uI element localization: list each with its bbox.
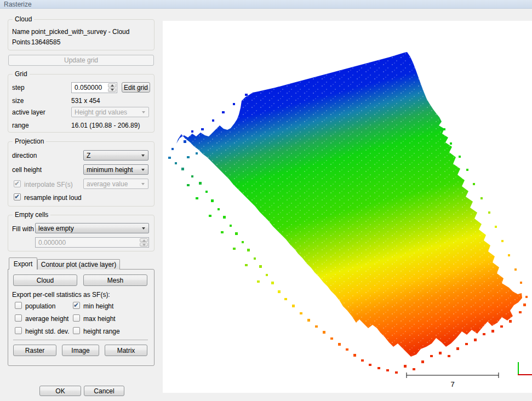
rasterize-dialog: { "window": { "title": "Rasterize" }, "c…: [0, 0, 532, 401]
direction-value: Z: [87, 152, 90, 159]
spin-up-icon[interactable]: [140, 238, 148, 242]
direction-label: direction: [12, 152, 37, 159]
export-matrix-label: Matrix: [117, 347, 135, 354]
fill-value-spinners: [140, 238, 148, 247]
projection-group-title: Projection: [13, 138, 46, 146]
export-matrix-button[interactable]: Matrix: [105, 345, 147, 356]
grid-size-value: 531 x 454: [71, 97, 100, 105]
cancel-label: Cancel: [94, 387, 114, 395]
cell-height-combo[interactable]: minimum height: [83, 164, 148, 175]
update-grid-label: Update grid: [64, 56, 98, 64]
height-std-dev-label: height std. dev.: [25, 328, 70, 335]
active-layer-combo[interactable]: Height grid values: [71, 107, 149, 117]
grid-range-label: range: [12, 122, 29, 129]
interpolate-sf-checkbox[interactable]: [14, 180, 21, 187]
fill-value-input[interactable]: 0.000000: [35, 237, 149, 248]
cancel-button[interactable]: Cancel: [84, 386, 124, 396]
grid-step-spinners: [108, 83, 116, 92]
window-title: Rasterize: [4, 1, 32, 8]
population-checkbox[interactable]: [15, 302, 22, 309]
grid-step-label: step: [12, 84, 25, 91]
scale-bar: [407, 373, 499, 378]
grid-size-label: size: [12, 97, 24, 105]
interpolate-sf-label: interpolate SF(s): [24, 181, 73, 188]
export-raster-button[interactable]: Raster: [13, 345, 56, 356]
grid-group-title: Grid: [13, 70, 30, 78]
chevron-down-icon: [142, 111, 145, 113]
cloud-points-label: Points: [12, 38, 30, 46]
max-height-label: max height: [83, 315, 116, 323]
viewport-3d[interactable]: 7: [163, 21, 532, 393]
tab-export[interactable]: Export: [9, 257, 37, 270]
export-image-label: Image: [71, 347, 89, 354]
height-range-label: height range: [83, 328, 120, 335]
height-std-dev-checkbox[interactable]: [15, 327, 22, 334]
tab-contour-plot[interactable]: Contour plot (active layer): [37, 259, 120, 270]
resample-input-checkbox[interactable]: [14, 193, 21, 200]
interpolate-sf-combo[interactable]: average value: [83, 179, 148, 189]
update-grid-button[interactable]: Update grid: [8, 55, 154, 66]
min-height-checkbox[interactable]: [73, 302, 80, 309]
min-height-label: min height: [83, 302, 113, 310]
active-layer-label: active layer: [12, 108, 45, 116]
fill-value: 0.000000: [38, 239, 66, 247]
axis-indicator-icon: [518, 362, 532, 375]
empty-cells-group-title: Empty cells: [13, 211, 50, 219]
chevron-down-icon: [141, 154, 145, 157]
ok-button[interactable]: OK: [39, 386, 81, 396]
export-mesh-label: Mesh: [107, 277, 123, 284]
cloud-name-label: Name: [12, 28, 30, 36]
direction-combo[interactable]: Z: [83, 150, 148, 161]
ok-label: OK: [55, 387, 65, 395]
export-mesh-button[interactable]: Mesh: [83, 274, 147, 286]
population-label: population: [25, 302, 55, 310]
chevron-down-icon: [141, 169, 145, 171]
average-height-checkbox[interactable]: [15, 314, 22, 322]
active-layer-value: Height grid values: [75, 108, 127, 116]
grid-step-value: 0.050000: [75, 84, 102, 91]
export-cloud-button[interactable]: Cloud: [13, 274, 77, 286]
cell-height-label: cell height: [12, 166, 42, 174]
edit-grid-button[interactable]: Edit grid: [122, 82, 150, 93]
tab-export-label: Export: [14, 260, 33, 268]
point-cloud-speckle: [176, 52, 522, 357]
cell-height-value: minimum height: [87, 166, 133, 174]
fill-with-value: leave empty: [38, 225, 74, 232]
spin-down-icon[interactable]: [140, 243, 148, 247]
max-height-checkbox[interactable]: [73, 314, 80, 322]
window-titlebar[interactable]: Rasterize: [0, 0, 532, 9]
grid-range-value: 16.01 (190.88 - 206.89): [71, 122, 140, 129]
edit-grid-label: Edit grid: [124, 84, 148, 91]
spin-up-icon[interactable]: [108, 83, 116, 88]
resample-input-label: resample input loud: [24, 194, 82, 202]
cloud-group-title: Cloud: [13, 15, 34, 24]
cloud-points-value: 13648585: [31, 38, 60, 46]
export-raster-label: Raster: [25, 347, 44, 354]
interpolate-sf-value: average value: [87, 180, 128, 188]
export-image-button[interactable]: Image: [62, 345, 99, 356]
cloud-name-value: point_picked_with_survey - Cloud: [31, 28, 129, 36]
export-stats-label: Export per-cell statistics as SF(s):: [12, 291, 110, 299]
scale-bar-label: 7: [450, 380, 454, 388]
fill-with-combo[interactable]: leave empty: [35, 223, 149, 233]
chevron-down-icon: [141, 183, 145, 185]
chevron-down-icon: [142, 227, 145, 230]
grid-step-input[interactable]: 0.050000: [71, 82, 117, 93]
spin-down-icon[interactable]: [108, 88, 116, 93]
height-range-checkbox[interactable]: [73, 327, 80, 334]
export-cloud-label: Cloud: [37, 277, 54, 284]
average-height-label: average height: [25, 315, 68, 323]
tab-contour-label: Contour plot (active layer): [41, 261, 116, 268]
point-cloud-render[interactable]: 7: [163, 21, 532, 393]
fill-with-label: Fill with: [12, 225, 34, 233]
export-divider: [13, 340, 148, 340]
